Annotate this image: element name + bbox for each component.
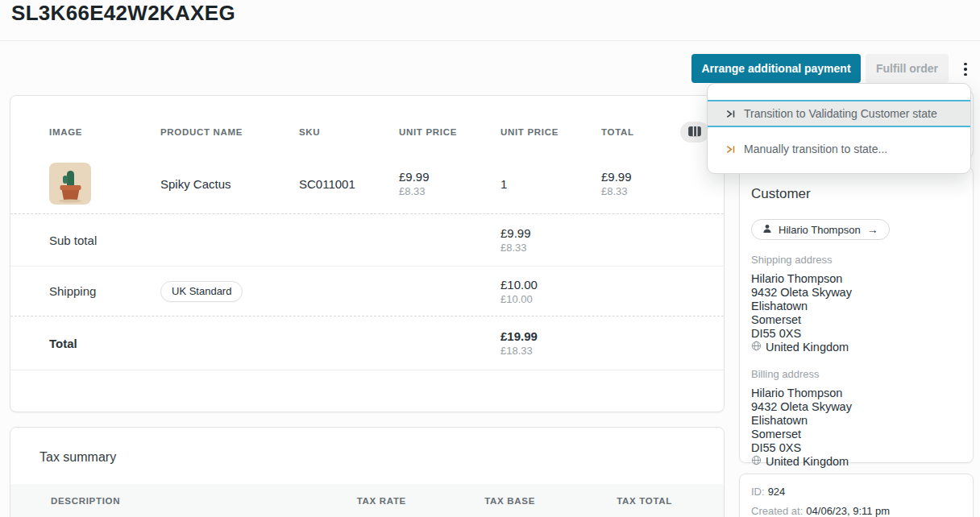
address-line: Elishatown [751, 300, 961, 313]
menu-item-manually-transition[interactable]: Manually transition to state... [708, 136, 970, 162]
order-items-card: IMAGE PRODUCT NAME SKU UNIT PRICE UNIT P… [10, 95, 725, 412]
address-line: 9432 Oleta Skyway [751, 286, 961, 300]
col-header-unit-price: UNIT PRICE [399, 127, 500, 137]
customer-name: Hilario Thompson [779, 224, 861, 236]
menu-item-transition-validating-customer[interactable]: Transition to Validating Customer state [708, 100, 970, 127]
tax-table-header: DESCRIPTION TAX RATE TAX BASE TAX TOTAL [10, 484, 724, 517]
product-image [49, 163, 91, 205]
col-header-sku: SKU [299, 127, 399, 137]
actions-dropdown-menu: Transition to Validating Customer state … [707, 83, 971, 174]
address-line: 9432 Oleta Skyway [751, 400, 961, 414]
shipping-label: Shipping [49, 284, 160, 298]
shipping-secondary: £10.00 [500, 293, 601, 305]
customer-link[interactable]: Hilario Thompson → [751, 219, 890, 240]
product-sku: SC011001 [299, 177, 399, 191]
globe-icon [751, 341, 762, 354]
header-divider [0, 40, 980, 41]
created-at-value: 04/06/23, 9:11 pm [806, 505, 890, 517]
address-line: DI55 0XS [751, 327, 961, 341]
tax-summary-card: Tax summary DESCRIPTION TAX RATE TAX BAS… [10, 427, 725, 517]
created-at-label: Created at: [751, 505, 803, 517]
unit-price-secondary: £8.33 [399, 185, 500, 197]
page-title: SL3K66E42W2KAXEG [11, 1, 235, 26]
shipping-row: Shipping UK Standard £10.00 £10.00 [10, 267, 724, 316]
table-columns-icon [687, 126, 702, 139]
person-icon [762, 224, 772, 236]
shipping-method-badge: UK Standard [160, 281, 243, 302]
line-total: £9.99 [601, 170, 680, 184]
globe-icon [751, 455, 762, 469]
line-total-secondary: £8.33 [601, 185, 680, 197]
subtotal-secondary: £8.33 [500, 242, 601, 254]
arrange-additional-payment-button[interactable]: Arrange additional payment [691, 54, 861, 83]
unit-price: £9.99 [399, 170, 500, 184]
transition-to-state-icon [725, 144, 736, 155]
total-secondary: £18.33 [500, 345, 601, 357]
shipping-country: United Kingdom [766, 341, 849, 354]
tax-col-rate: TAX RATE [277, 496, 406, 506]
quantity: 1 [500, 177, 601, 191]
billing-address-label: Billing address [751, 368, 961, 380]
tax-col-total: TAX TOTAL [535, 496, 672, 506]
col-header-unit-price-2: UNIT PRICE [500, 127, 601, 137]
shipping-address: Hilario Thompson 9432 Oleta Skyway Elish… [751, 272, 961, 354]
customer-title: Customer [751, 186, 961, 202]
billing-address: Hilario Thompson 9432 Oleta Skyway Elish… [751, 387, 961, 469]
address-line: DI55 0XS [751, 441, 961, 455]
tax-col-base: TAX BASE [406, 496, 535, 506]
product-name: Spiky Cactus [160, 177, 299, 191]
order-id-value: 924 [768, 486, 786, 498]
total-label: Total [49, 337, 299, 350]
address-line: Hilario Thompson [751, 272, 961, 286]
order-id-label: ID: [751, 486, 765, 498]
address-line: Somerset [751, 313, 961, 327]
shipping-address-label: Shipping address [751, 254, 961, 266]
total-amount: £19.99 [500, 329, 601, 343]
billing-country: United Kingdom [766, 455, 849, 469]
order-meta-card: ID: 924 Created at: 04/06/23, 9:11 pm [739, 474, 974, 517]
shipping-amount: £10.00 [500, 278, 601, 292]
address-line: Elishatown [751, 414, 961, 428]
more-actions-kebab-icon[interactable] [957, 59, 974, 80]
address-line: Hilario Thompson [751, 387, 961, 400]
col-header-product-name: PRODUCT NAME [160, 127, 299, 137]
menu-item-label: Manually transition to state... [744, 143, 887, 155]
transition-to-state-icon [725, 109, 736, 119]
subtotal-row: Sub total £9.99 £8.33 [10, 214, 724, 267]
subtotal-label: Sub total [49, 234, 299, 247]
menu-item-label: Transition to Validating Customer state [744, 107, 937, 120]
arrow-right-icon: → [867, 223, 878, 236]
total-row: Total £19.99 £18.33 [10, 316, 724, 370]
customer-card: Customer Hilario Thompson → Shipping add… [739, 167, 974, 463]
subtotal-amount: £9.99 [500, 226, 601, 240]
col-header-total: TOTAL [601, 127, 680, 137]
address-line: Somerset [751, 428, 961, 441]
tax-col-description: DESCRIPTION [51, 496, 277, 506]
col-header-image: IMAGE [49, 127, 160, 137]
table-row: Spiky Cactus SC011001 £9.99 £8.33 1 £9.9… [10, 154, 724, 214]
fulfill-order-button[interactable]: Fulfill order [866, 54, 949, 83]
toggle-columns-button[interactable] [680, 122, 709, 143]
items-table-header: IMAGE PRODUCT NAME SKU UNIT PRICE UNIT P… [10, 96, 724, 154]
tax-summary-title: Tax summary [39, 450, 116, 465]
